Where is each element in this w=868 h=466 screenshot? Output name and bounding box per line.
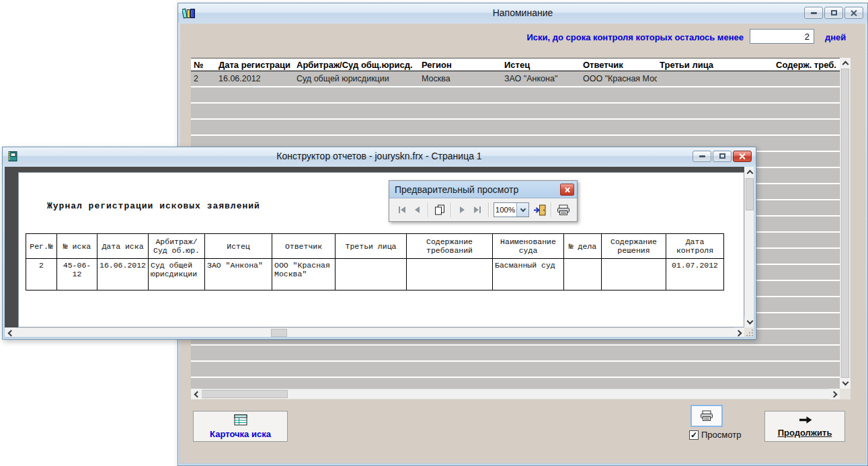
minimize-button[interactable] <box>804 7 823 19</box>
report-col-header: Ответчик <box>272 234 336 259</box>
close-button[interactable] <box>733 151 752 162</box>
report-cell <box>602 259 666 290</box>
zoom-dropdown-button[interactable] <box>516 203 528 217</box>
toolbar-separator <box>488 202 489 217</box>
report-titlebar[interactable]: Конструктор отчетов - jouryskn.frx - Стр… <box>3 147 756 165</box>
close-preview-door-icon <box>533 204 546 216</box>
vscroll-thumb[interactable] <box>746 178 754 210</box>
case-card-icon <box>234 414 247 426</box>
chevron-down-icon <box>746 318 753 325</box>
last-page-button[interactable] <box>470 202 485 218</box>
report-title: Журнал регистрации исковых заявлений <box>47 201 260 211</box>
preview-checkbox[interactable]: ✓ <box>689 430 699 440</box>
scroll-right-button[interactable] <box>734 327 744 337</box>
table-row[interactable] <box>191 104 840 118</box>
report-col-header: № иска <box>57 234 97 259</box>
chevron-down-icon <box>842 379 849 386</box>
cell-region: Москва <box>419 71 502 86</box>
notebook-icon <box>7 151 18 162</box>
scroll-down-button[interactable] <box>840 378 851 389</box>
report-header-row: Рег.№ № иска Дата иска Арбитраж/ Суд об.… <box>26 234 724 259</box>
scroll-right-button[interactable] <box>829 389 840 399</box>
report-col-header: Истец <box>205 234 272 259</box>
reminder-titlebar[interactable]: Напоминание <box>178 3 867 22</box>
maximize-button[interactable] <box>824 7 843 19</box>
scroll-left-button[interactable] <box>5 327 15 337</box>
scroll-up-button[interactable] <box>840 58 851 69</box>
claims-hscrollbar[interactable] <box>191 389 840 399</box>
column-header: Истец <box>502 59 580 71</box>
close-icon <box>565 187 570 192</box>
books-icon <box>182 7 196 19</box>
scroll-down-button[interactable] <box>744 317 754 327</box>
continue-button[interactable]: Продолжить <box>764 411 845 442</box>
next-page-icon <box>460 206 465 213</box>
chevron-right-icon <box>735 329 742 336</box>
window-title: Напоминание <box>178 7 867 18</box>
printer-icon <box>557 204 570 216</box>
table-row[interactable] <box>191 346 840 360</box>
continue-label: Продолжить <box>778 428 832 438</box>
case-card-button[interactable]: Карточка иска <box>193 411 288 442</box>
close-preview-door-button[interactable] <box>530 202 548 218</box>
print-button[interactable] <box>691 405 723 427</box>
days-input[interactable] <box>750 29 814 44</box>
close-preview-button[interactable] <box>560 184 574 196</box>
chevron-down-icon <box>520 206 525 212</box>
pages-button[interactable] <box>432 202 447 218</box>
hscroll-thumb[interactable] <box>199 390 288 398</box>
first-page-icon <box>399 206 400 213</box>
report-table: Рег.№ № иска Дата иска Арбитраж/ Суд об.… <box>26 233 724 290</box>
claims-table-header: № Дата регистраци Арбитраж/Суд общ.юрисд… <box>191 58 840 71</box>
report-cell: Суд общей юрисдикции <box>149 259 205 290</box>
cell-third-parties <box>657 71 773 86</box>
zoom-combobox[interactable]: 100% <box>494 202 529 217</box>
preview-toolbar-titlebar[interactable]: Предварительный просмотр <box>389 181 577 198</box>
report-designer-window: Конструктор отчетов - jouryskn.frx - Стр… <box>2 147 756 340</box>
chevron-right-icon <box>830 391 837 397</box>
maximize-icon <box>831 10 837 15</box>
table-row[interactable] <box>191 120 840 134</box>
report-cell: 16.06.2012 <box>97 259 149 290</box>
zoom-value: 100% <box>494 203 516 217</box>
report-hscrollbar[interactable] <box>5 327 744 337</box>
report-page: Журнал регистрации исковых заявлений Рег… <box>18 172 744 327</box>
report-cell: 2 <box>26 259 57 290</box>
first-page-button[interactable] <box>394 202 409 218</box>
report-cell <box>407 259 493 290</box>
prev-page-button[interactable] <box>409 202 425 218</box>
report-col-header: № дела <box>564 234 602 259</box>
report-vscrollbar[interactable] <box>744 167 754 327</box>
table-row[interactable]: 2 16.06.2012 Суд общей юрисдикции Москва… <box>191 71 840 86</box>
next-page-button[interactable] <box>455 202 470 218</box>
maximize-button[interactable] <box>713 151 732 162</box>
column-header: Третьи лица <box>657 59 773 71</box>
hscroll-thumb[interactable] <box>271 329 287 337</box>
column-header: Регион <box>419 59 502 71</box>
report-col-header: Содержание решения <box>602 234 666 259</box>
control-deadline-label: Иски, до срока контроля которых осталось… <box>180 32 744 42</box>
close-button[interactable] <box>844 7 863 19</box>
claims-vscrollbar[interactable] <box>840 58 851 389</box>
resize-grip[interactable] <box>744 327 754 337</box>
days-suffix-label: дней <box>825 32 846 42</box>
chevron-up-icon <box>842 61 849 68</box>
continue-arrow-icon <box>797 416 813 424</box>
report-col-header: Содержание требований <box>407 234 493 259</box>
case-card-label: Карточка иска <box>210 429 271 439</box>
scroll-up-button[interactable] <box>744 167 754 178</box>
cell-num: 2 <box>191 71 216 86</box>
table-row[interactable] <box>191 362 840 377</box>
minimize-icon <box>699 155 705 157</box>
scroll-left-button[interactable] <box>191 389 202 399</box>
printer-icon <box>700 410 713 422</box>
minimize-button[interactable] <box>693 151 711 162</box>
cell-court-type: Суд общей юрисдикции <box>294 71 419 86</box>
vscroll-thumb[interactable] <box>841 69 849 378</box>
table-row[interactable] <box>191 87 840 102</box>
report-col-header: Дата контроля <box>666 234 724 259</box>
table-row[interactable] <box>191 378 840 389</box>
cell-plaintiff: ЗАО "Анкона" <box>502 71 580 86</box>
print-report-button[interactable] <box>555 202 572 218</box>
close-icon <box>739 153 746 160</box>
